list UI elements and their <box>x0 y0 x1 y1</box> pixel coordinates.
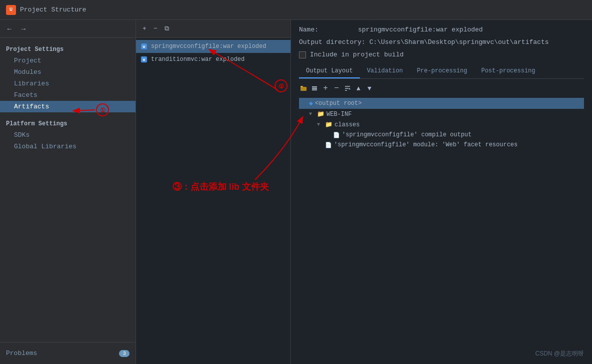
project-settings-header: Project Settings <box>0 42 136 55</box>
artifact-item-trandition[interactable]: W tranditionmvc:war exploded <box>136 53 290 66</box>
artifact-label-2: tranditionmvc:war exploded <box>151 56 244 63</box>
include-build-row: Include in project build <box>299 51 584 58</box>
sidebar-item-artifacts[interactable]: Artifacts <box>0 101 136 112</box>
sidebar-item-modules[interactable]: Modules <box>0 66 136 78</box>
arrow-webinf: ▼ <box>309 111 315 117</box>
tree-compile-output[interactable]: 📄 'springmvcconfigfile' compile output <box>299 130 584 140</box>
sidebar-bottom: Problems 3 <box>0 342 136 364</box>
move-up-button[interactable]: ▲ <box>354 84 363 93</box>
include-build-checkbox[interactable] <box>299 51 306 58</box>
remove-artifact-button[interactable]: − <box>151 24 160 33</box>
arrow-classes: ▼ <box>317 122 323 127</box>
output-dir-label: Output directory: <box>299 38 366 46</box>
artifact-items: W springmvcconfigfile:war exploded W tra… <box>136 38 290 364</box>
folder-icon-webinf: 📁 <box>317 110 324 118</box>
svg-text:W: W <box>143 57 146 62</box>
tabs-bar: Output Layout Validation Pre-processing … <box>299 64 584 79</box>
output-toolbar: + − ▲ ▼ <box>299 83 584 94</box>
output-folder-button[interactable] <box>299 84 308 93</box>
output-dir-row: Output directory: C:\Users\Sharm\Desktop… <box>299 38 584 46</box>
folder-icon-classes: 📁 <box>325 121 332 128</box>
problems-label: Problems <box>6 350 37 357</box>
sort-output-button[interactable] <box>343 84 352 93</box>
content-area: + − ⧉ W springmvcconfigfile:war exploded <box>136 20 592 364</box>
add-output-button[interactable]: + <box>321 84 330 93</box>
sidebar-item-facets[interactable]: Facets <box>0 89 136 101</box>
sidebar-item-sdks[interactable]: SDKs <box>0 129 136 141</box>
artifact-item-springmvc[interactable]: W springmvcconfigfile:war exploded <box>136 40 290 53</box>
name-value: springmvcconfigfile:war exploded <box>358 26 483 33</box>
output-list-button[interactable] <box>310 84 319 93</box>
tree-classes[interactable]: ▼ 📁 classes <box>299 119 584 130</box>
tab-post-processing[interactable]: Post-processing <box>474 64 542 78</box>
include-build-label: Include in project build <box>310 51 404 58</box>
platform-settings-header: Platform Settings <box>0 116 136 129</box>
artifact-icon-2: W <box>140 55 148 63</box>
problems-badge: 3 <box>119 350 130 357</box>
svg-text:W: W <box>143 44 146 49</box>
tree-facet-label: 'springmvcconfigfile' module: 'Web' face… <box>334 141 518 148</box>
svg-rect-7 <box>312 88 317 89</box>
name-row: Name: springmvcconfigfile:war exploded <box>299 26 584 33</box>
tree-webinf[interactable]: ▼ 📁 WEB-INF <box>299 109 584 119</box>
app-logo: U <box>6 5 16 15</box>
artifact-list-panel: + − ⧉ W springmvcconfigfile:war exploded <box>136 20 291 364</box>
window-title: Project Structure <box>20 6 86 13</box>
artifact-icon-1: W <box>140 42 148 50</box>
file-icon-facet: 📄 <box>325 142 332 148</box>
forward-button[interactable]: → <box>18 23 29 34</box>
problems-item[interactable]: Problems 3 <box>0 347 136 360</box>
sidebar-item-project[interactable]: Project <box>0 55 136 66</box>
tab-output-layout[interactable]: Output Layout <box>299 64 360 78</box>
tree-root-label: <output root> <box>315 100 362 107</box>
title-bar: U Project Structure <box>0 0 592 20</box>
artifact-label-1: springmvcconfigfile:war exploded <box>151 43 266 50</box>
output-tree: ❖ <output root> ▼ 📁 WEB-INF ▼ 📁 classes <box>299 98 584 358</box>
tree-classes-label: classes <box>334 121 360 128</box>
move-down-button[interactable]: ▼ <box>365 84 374 93</box>
copy-artifact-button[interactable]: ⧉ <box>162 24 171 33</box>
tree-web-facet[interactable]: 📄 'springmvcconfigfile' module: 'Web' fa… <box>299 140 584 150</box>
remove-output-button[interactable]: − <box>332 84 341 93</box>
root-icon: ❖ <box>309 99 313 107</box>
main-layout: ← → Project Settings Project Modules Lib… <box>0 20 592 364</box>
tab-pre-processing[interactable]: Pre-processing <box>410 64 474 78</box>
svg-rect-6 <box>312 86 317 87</box>
artifact-panel-toolbar: + − ⧉ <box>136 20 290 38</box>
sidebar-item-libraries[interactable]: Libraries <box>0 78 136 89</box>
tree-compile-label: 'springmvcconfigfile' compile output <box>342 131 472 138</box>
output-dir-value: C:\Users\Sharm\Desktop\springmvc\out\art… <box>370 38 549 46</box>
name-label: Name: <box>299 26 354 33</box>
sidebar-item-global-libraries[interactable]: Global Libraries <box>0 141 136 152</box>
back-button[interactable]: ← <box>4 23 15 34</box>
details-panel: Name: springmvcconfigfile:war exploded O… <box>291 20 592 364</box>
add-artifact-button[interactable]: + <box>140 24 149 33</box>
tab-validation[interactable]: Validation <box>360 64 410 78</box>
svg-rect-4 <box>300 87 306 91</box>
svg-rect-8 <box>312 89 317 90</box>
tree-webinf-label: WEB-INF <box>326 111 352 118</box>
svg-rect-5 <box>300 86 303 87</box>
watermark: CSDN @是志明呀 <box>535 350 584 358</box>
tree-output-root[interactable]: ❖ <output root> <box>299 98 584 109</box>
sidebar-toolbar: ← → <box>0 20 136 38</box>
sidebar: ← → Project Settings Project Modules Lib… <box>0 20 136 364</box>
sidebar-nav: Project Settings Project Modules Librari… <box>0 38 136 342</box>
file-icon-compile: 📄 <box>333 132 340 138</box>
